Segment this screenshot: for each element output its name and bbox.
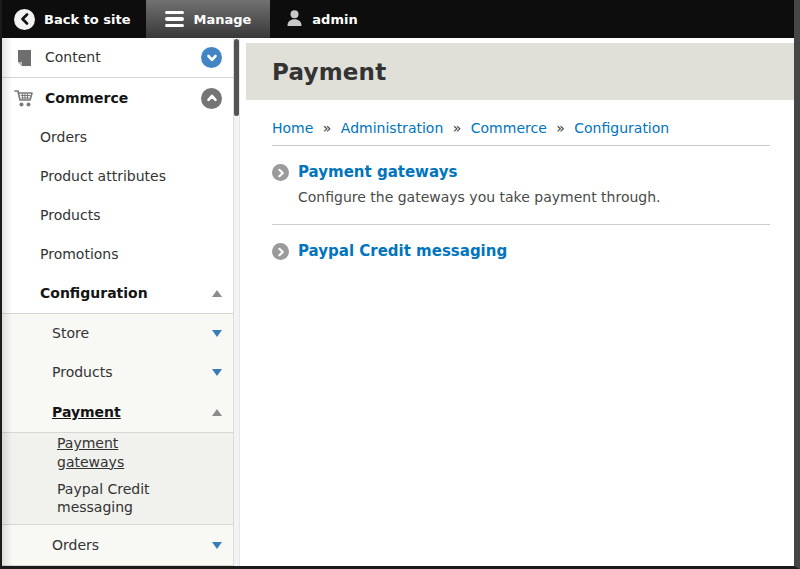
triangle-up-icon[interactable] [212,290,222,297]
app-window: Back to site Manage admin Content [0,0,800,569]
admin-link-body: Paypal Credit messaging [298,241,507,260]
sidebar-scrollbar[interactable] [233,38,240,566]
triangle-down-icon[interactable] [212,542,222,549]
admin-link-item: Paypal Credit messaging [272,241,770,260]
chevron-up-icon[interactable] [201,88,222,109]
back-arrow-icon [14,9,35,30]
user-icon [286,9,303,30]
user-name-label: admin [312,12,357,27]
page-body: Content Commerce [2,38,794,566]
admin-menu-tray: Content Commerce [2,38,233,566]
sidebar-item-config-orders[interactable]: Orders [2,525,233,565]
manage-tab[interactable]: Manage [146,0,270,38]
divider [2,565,233,566]
payment-gateways-link[interactable]: Payment gateways [298,163,457,181]
sidebar-item-label: Content [45,48,101,66]
breadcrumb-commerce-link[interactable]: Commerce [471,120,547,136]
back-to-site-button[interactable]: Back to site [2,0,146,38]
content-region: Home » Administration » Commerce » Confi… [240,100,794,260]
main-content: Payment Home » Administration » Commerce… [240,38,794,566]
sidebar-item-promotions[interactable]: Promotions [2,235,233,274]
sidebar-item-label: Payment gateways [57,434,185,470]
chevron-right-circle-icon [272,243,289,260]
breadcrumb-configuration-link[interactable]: Configuration [574,120,669,136]
sidebar-item-label: Orders [40,128,87,146]
sidebar-item-label: Paypal Credit messaging [57,480,185,516]
payment-gateways-description: Configure the gateways you take payment … [298,188,661,206]
manage-label: Manage [193,12,251,27]
page-title: Payment [272,59,386,85]
sidebar-item-product-attributes[interactable]: Product attributes [2,157,233,196]
admin-link-item: Payment gateways Configure the gateways … [272,162,770,206]
sidebar-item-label: Commerce [45,89,128,107]
sidebar-item-label: Products [52,363,112,381]
scrollbar-thumb[interactable] [234,39,239,116]
sidebar-item-paypal-credit-messaging[interactable]: Paypal Credit messaging [2,472,233,524]
triangle-down-icon[interactable] [212,330,222,337]
sidebar-item-label: Products [40,206,100,224]
chevron-down-icon[interactable] [201,47,222,68]
triangle-down-icon[interactable] [212,369,222,376]
sidebar-item-configuration[interactable]: Configuration [2,274,233,313]
cart-icon [14,89,34,108]
sidebar-item-label: Product attributes [40,167,166,185]
sidebar-item-label: Store [52,324,89,342]
divider [272,145,770,146]
sidebar-item-config-products[interactable]: Products [2,353,233,392]
admin-link-body: Payment gateways Configure the gateways … [298,162,661,206]
breadcrumb-administration-link[interactable]: Administration [341,120,443,136]
breadcrumb-separator: » [556,120,565,136]
sidebar-item-products[interactable]: Products [2,196,233,235]
breadcrumb-separator: » [323,120,332,136]
triangle-up-icon[interactable] [212,409,222,416]
page-header: Payment [246,43,794,100]
paypal-credit-messaging-link[interactable]: Paypal Credit messaging [298,242,507,260]
sidebar-item-payment-gateways[interactable]: Payment gateways [2,433,233,472]
breadcrumb-separator: » [453,120,462,136]
sidebar-item-content[interactable]: Content [2,38,233,77]
sidebar-item-commerce[interactable]: Commerce [2,78,233,118]
back-to-site-label: Back to site [44,12,130,27]
sidebar-item-label: Promotions [40,245,119,263]
sidebar-item-label: Configuration [40,284,148,302]
sidebar-item-orders[interactable]: Orders [2,118,233,157]
admin-toolbar: Back to site Manage admin [2,0,794,38]
chevron-right-circle-icon [272,164,289,181]
document-icon [14,49,34,67]
sidebar-item-store[interactable]: Store [2,314,233,353]
sidebar-item-label: Orders [52,536,99,554]
breadcrumb-home-link[interactable]: Home [272,120,313,136]
sidebar-item-payment[interactable]: Payment [2,392,233,432]
user-menu[interactable]: admin [270,0,373,38]
sidebar-item-label: Payment [52,403,121,421]
divider [272,224,770,225]
breadcrumb: Home » Administration » Commerce » Confi… [272,120,770,136]
menu-icon [165,11,184,28]
